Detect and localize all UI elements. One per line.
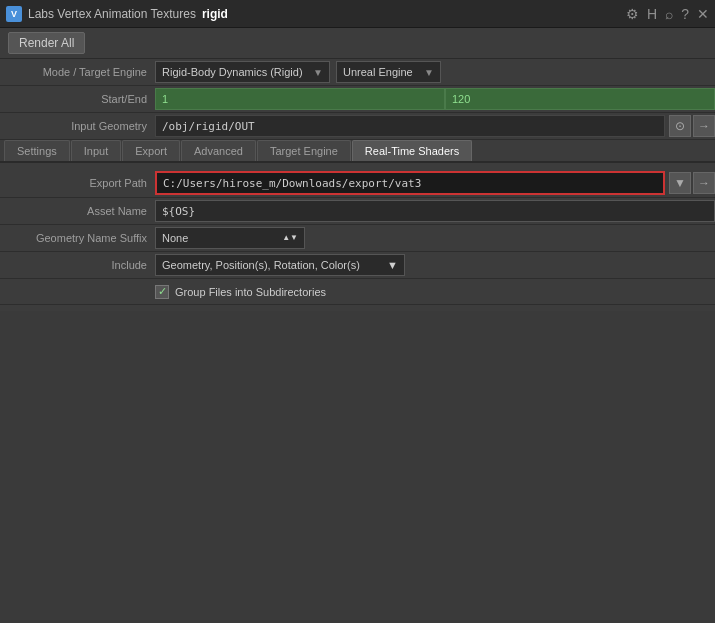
info-icon[interactable]: ? [681, 6, 689, 22]
include-value: Geometry, Position(s), Rotation, Color(s… [162, 259, 360, 271]
start-end-row: Start/End 1 120 [0, 86, 715, 113]
main-area [0, 311, 715, 611]
asset-name-label: Asset Name [0, 205, 155, 217]
input-geo-content: /obj/rigid/OUT ⊙ → [155, 115, 715, 137]
mode-row: Mode / Target Engine Rigid-Body Dynamics… [0, 59, 715, 86]
input-geo-row: Input Geometry /obj/rigid/OUT ⊙ → [0, 113, 715, 140]
end-input[interactable]: 120 [445, 88, 715, 110]
end-value: 120 [452, 93, 470, 105]
help-h-icon[interactable]: H [647, 6, 657, 22]
mode-content: Rigid-Body Dynamics (Rigid) ▼ Unreal Eng… [155, 61, 715, 83]
title-bar: V Labs Vertex Animation Textures rigid ⚙… [0, 0, 715, 28]
export-path-value: C:/Users/hirose_m/Downloads/export/vat3 [163, 177, 421, 190]
tab-target-engine[interactable]: Target Engine [257, 140, 351, 161]
tab-input[interactable]: Input [71, 140, 121, 161]
geo-name-suffix-row: Geometry Name Suffix None ▲▼ [0, 225, 715, 252]
app-name: Labs Vertex Animation Textures [28, 7, 196, 21]
engine-value: Unreal Engine [343, 66, 413, 78]
file-name: rigid [202, 7, 228, 21]
tab-real-time-shaders[interactable]: Real-Time Shaders [352, 140, 472, 161]
input-geo-field[interactable]: /obj/rigid/OUT [155, 115, 665, 137]
export-path-row: Export Path C:/Users/hirose_m/Downloads/… [0, 169, 715, 198]
toolbar: Render All [0, 28, 715, 59]
geo-name-suffix-content: None ▲▼ [155, 227, 715, 249]
group-files-checkbox[interactable]: ✓ [155, 285, 169, 299]
engine-arrow-icon: ▼ [424, 67, 434, 78]
asset-name-content: ${OS} [155, 200, 715, 222]
app-icon: V [6, 6, 22, 22]
geo-arrow-icon[interactable]: → [693, 115, 715, 137]
path-arrow-icon[interactable]: → [693, 172, 715, 194]
input-geo-label: Input Geometry [0, 120, 155, 132]
geo-browse-icon[interactable]: ⊙ [669, 115, 691, 137]
close-icon[interactable]: ✕ [697, 6, 709, 22]
engine-select[interactable]: Unreal Engine ▼ [336, 61, 441, 83]
path-dropdown-icon[interactable]: ▼ [669, 172, 691, 194]
asset-name-row: Asset Name ${OS} [0, 198, 715, 225]
start-end-label: Start/End [0, 93, 155, 105]
tab-export[interactable]: Export [122, 140, 180, 161]
group-files-row: ✓ Group Files into Subdirectories [0, 279, 715, 305]
mode-arrow-icon: ▼ [313, 67, 323, 78]
export-path-label: Export Path [0, 177, 155, 189]
search-icon[interactable]: ⌕ [665, 6, 673, 22]
include-select[interactable]: Geometry, Position(s), Rotation, Color(s… [155, 254, 405, 276]
tab-settings[interactable]: Settings [4, 140, 70, 161]
geo-name-suffix-select[interactable]: None ▲▼ [155, 227, 305, 249]
mode-label: Mode / Target Engine [0, 66, 155, 78]
suffix-arrow-icon: ▲▼ [282, 234, 298, 242]
asset-name-value: ${OS} [162, 205, 195, 218]
geo-icons: ⊙ → [669, 115, 715, 137]
title-bar-controls: ⚙ H ⌕ ? ✕ [626, 6, 709, 22]
asset-name-field[interactable]: ${OS} [155, 200, 715, 222]
render-all-button[interactable]: Render All [8, 32, 85, 54]
path-icons: ▼ → [669, 172, 715, 194]
tab-content: Export Path C:/Users/hirose_m/Downloads/… [0, 163, 715, 311]
start-input[interactable]: 1 [155, 88, 445, 110]
include-arrow-icon: ▼ [387, 259, 398, 271]
start-value: 1 [162, 93, 168, 105]
tab-advanced[interactable]: Advanced [181, 140, 256, 161]
group-files-checkbox-label[interactable]: ✓ Group Files into Subdirectories [155, 285, 326, 299]
form-section: Mode / Target Engine Rigid-Body Dynamics… [0, 59, 715, 140]
settings-icon[interactable]: ⚙ [626, 6, 639, 22]
input-geo-value: /obj/rigid/OUT [162, 120, 255, 133]
suffix-value: None [162, 232, 188, 244]
tabs-bar: Settings Input Export Advanced Target En… [0, 140, 715, 163]
geo-name-suffix-label: Geometry Name Suffix [0, 232, 155, 244]
export-path-content: C:/Users/hirose_m/Downloads/export/vat3 … [155, 171, 715, 195]
group-files-label-text: Group Files into Subdirectories [175, 286, 326, 298]
mode-select[interactable]: Rigid-Body Dynamics (Rigid) ▼ [155, 61, 330, 83]
include-content: Geometry, Position(s), Rotation, Color(s… [155, 254, 715, 276]
include-row: Include Geometry, Position(s), Rotation,… [0, 252, 715, 279]
include-label: Include [0, 259, 155, 271]
export-path-field[interactable]: C:/Users/hirose_m/Downloads/export/vat3 [155, 171, 665, 195]
start-end-content: 1 120 [155, 88, 715, 110]
mode-value: Rigid-Body Dynamics (Rigid) [162, 66, 303, 78]
